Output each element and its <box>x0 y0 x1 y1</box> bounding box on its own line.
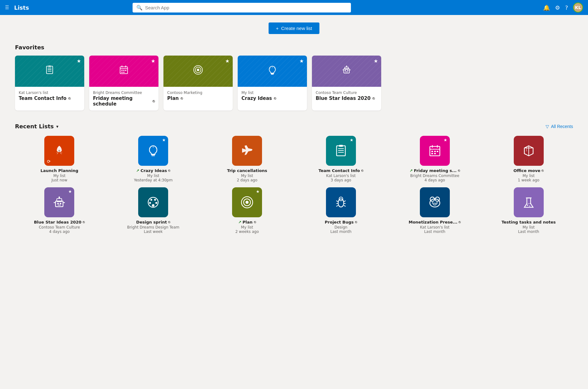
share-icon: ⎋ <box>372 96 375 101</box>
favorite-card-name: Blue Star Ideas 2020 ⎋ <box>316 96 377 101</box>
star-icon: ★ <box>299 58 304 64</box>
recent-card-r6[interactable]: Office move⎋ My list 1 week ago <box>484 136 573 182</box>
share-icon: ⎋ <box>542 169 544 173</box>
svg-rect-46 <box>431 151 433 152</box>
recent-card-r9[interactable]: ★ ↗Plan⎋ My list 2 weeks ago <box>203 187 292 234</box>
recent-card-r5[interactable]: ★ ↗Friday meeting s...⎋ Bright Dreams Co… <box>390 136 479 182</box>
svg-rect-41 <box>339 145 343 147</box>
svg-line-35 <box>150 148 150 148</box>
svg-line-36 <box>156 148 157 148</box>
svg-point-90 <box>527 204 528 206</box>
recent-icon: ★ <box>232 187 262 217</box>
favorite-card-body: Contoso Marketing Plan ⎋ <box>163 87 233 105</box>
favorite-card-header: ★ <box>15 56 84 87</box>
favorite-card-header: ★ <box>89 56 158 87</box>
avatar[interactable]: KL <box>573 2 583 12</box>
settings-icon[interactable]: ⚙ <box>555 4 560 11</box>
recent-card-owner: My list <box>134 174 173 178</box>
svg-line-79 <box>344 205 346 206</box>
favorite-card-fav3[interactable]: ★ Contoso Marketing Plan ⎋ <box>163 56 233 111</box>
recent-card-r11[interactable]: Monetization Prese...⎋ Kat Larson's list… <box>390 187 479 234</box>
share-icon: ⎋ <box>153 99 155 103</box>
recent-card-time: 3 days ago <box>318 178 363 182</box>
svg-rect-4 <box>48 66 51 67</box>
filter-icon: ▽ <box>546 124 549 129</box>
svg-point-25 <box>347 70 348 71</box>
favorite-card-fav4[interactable]: ★ My list Crazy Ideas ⎋ <box>238 56 307 111</box>
recent-card-name: ↗Plan⎋ <box>235 220 259 224</box>
recent-card-time: Last month <box>409 229 461 234</box>
svg-line-75 <box>344 201 346 202</box>
notification-icon[interactable]: 🔔 <box>543 4 550 11</box>
favorite-card-body: Kat Larson's list Team Contact Info ⎋ <box>15 87 84 105</box>
app-launcher-icon[interactable]: ⠿ <box>5 4 9 11</box>
recent-icon: ★ <box>138 136 168 166</box>
recent-card-name: Launch Planning <box>41 168 78 173</box>
recent-card-info: ↗Friday meeting s...⎋ Bright Dreams Comm… <box>410 168 460 182</box>
recent-icon: ★ <box>420 136 450 166</box>
svg-point-84 <box>434 204 435 204</box>
star-badge: ★ <box>162 138 166 142</box>
recent-card-time: 2 days ago <box>227 178 267 182</box>
recent-card-time: Yesterday at 4:30pm <box>134 178 173 182</box>
recent-card-r2[interactable]: ★ ↗Crazy Ideas⎋ My list Yesterday at 4:3… <box>109 136 198 182</box>
favorite-card-fav2[interactable]: ★ Bright Dreams Committee Friday meeting… <box>89 56 158 111</box>
svg-point-65 <box>154 199 156 201</box>
recent-icon: ⟳ <box>44 136 74 166</box>
favorite-card-fav1[interactable]: ★ Kat Larson's list Team Contact Info ⎋ <box>15 56 84 111</box>
favorite-card-body: My list Crazy Ideas ⎋ <box>238 87 307 105</box>
svg-rect-49 <box>431 153 433 154</box>
recent-card-owner: My list <box>235 225 259 229</box>
loading-badge: ⟳ <box>47 159 51 164</box>
share-icon: ⎋ <box>458 169 460 173</box>
recent-card-name: Project Bugs⎋ <box>325 220 357 224</box>
share-icon: ⎋ <box>168 220 170 224</box>
chevron-down-icon[interactable]: ▾ <box>56 124 58 129</box>
recent-card-r7[interactable]: ★ Blue Star Ideas 2020⎋ Contoso Team Cul… <box>15 187 104 234</box>
recent-card-name: Monetization Prese...⎋ <box>409 220 461 224</box>
svg-point-62 <box>59 197 60 198</box>
svg-point-67 <box>155 202 157 204</box>
header-right-actions: 🔔 ⚙ ? KL <box>543 2 583 12</box>
favorite-card-owner: My list <box>241 91 303 95</box>
search-input[interactable] <box>145 5 347 10</box>
recent-card-owner: Bright Dreams Committee <box>410 174 460 178</box>
recent-card-info: Trip cancellations My list 2 days ago <box>227 168 267 182</box>
recent-card-owner: My list <box>502 225 556 229</box>
svg-point-85 <box>435 204 436 204</box>
recent-card-info: Blue Star Ideas 2020⎋ Contoso Team Cultu… <box>34 220 85 234</box>
recent-card-r1[interactable]: ⟳ Launch Planning My list Just now <box>15 136 104 182</box>
favorite-card-owner: Bright Dreams Committee <box>93 91 155 95</box>
recent-card-r3[interactable]: Trip cancellations My list 2 days ago <box>203 136 292 182</box>
favorite-card-fav5[interactable]: ★ Contoso Team Culture Blue Star Ideas 2… <box>312 56 381 111</box>
share-icon: ⎋ <box>361 169 363 173</box>
svg-line-21 <box>274 68 275 68</box>
star-icon: ★ <box>374 58 378 64</box>
all-recents-button[interactable]: ▽ All Recents <box>546 124 573 129</box>
favorite-card-name: Crazy Ideas ⎋ <box>241 96 303 101</box>
recent-icon <box>232 136 262 166</box>
recent-card-name: Team Contact Info⎋ <box>318 168 363 173</box>
svg-point-87 <box>436 202 438 204</box>
recent-card-info: Team Contact Info⎋ Kat Larson's list 3 d… <box>318 168 363 182</box>
favorite-card-icon <box>341 64 352 78</box>
favorite-card-icon <box>118 64 129 78</box>
recent-card-r12[interactable]: Testing tasks and notes My list Last mon… <box>484 187 573 234</box>
recent-header: Recent Lists ▾ ▽ All Recents <box>15 123 573 130</box>
help-icon[interactable]: ? <box>565 4 568 11</box>
recent-card-owner: My list <box>41 174 78 178</box>
favorite-card-icon <box>44 64 55 78</box>
star-badge: ★ <box>68 189 72 194</box>
share-icon: ⎋ <box>68 96 70 101</box>
recent-card-r10[interactable]: Project Bugs⎋ Design Last month <box>297 187 386 234</box>
create-new-list-button[interactable]: + Create new list <box>269 22 320 34</box>
svg-point-64 <box>150 199 152 201</box>
share-icon: ⎋ <box>355 220 357 224</box>
svg-point-24 <box>345 70 346 71</box>
recent-icon <box>514 187 544 217</box>
recent-icon: ★ <box>44 187 74 217</box>
recent-card-r8[interactable]: Design sprint⎋ Bright Dreams Design Team… <box>109 187 198 234</box>
recent-card-owner: Design <box>325 225 357 229</box>
recent-card-time: Last month <box>325 229 357 234</box>
recent-card-r4[interactable]: ★ Team Contact Info⎋ Kat Larson's list 3… <box>297 136 386 182</box>
